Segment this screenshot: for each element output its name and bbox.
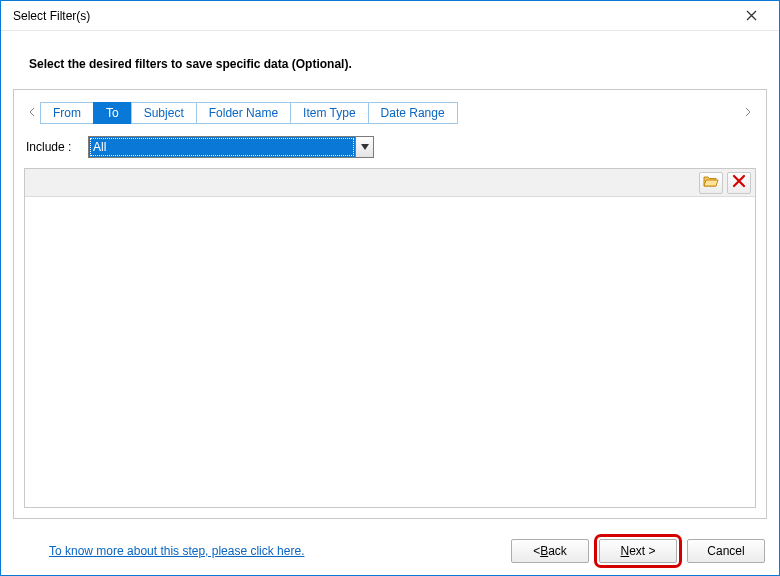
instruction-text: Select the desired filters to save speci…	[13, 39, 767, 89]
browse-button[interactable]	[699, 172, 723, 194]
folder-open-icon	[703, 174, 719, 191]
tabs: From To Subject Folder Name Item Type Da…	[40, 102, 458, 124]
tab-to[interactable]: To	[93, 102, 132, 124]
titlebar: Select Filter(s)	[1, 1, 779, 31]
tab-label: Folder Name	[209, 106, 278, 120]
tab-label: Subject	[144, 106, 184, 120]
delete-button[interactable]	[727, 172, 751, 194]
tab-label: Date Range	[381, 106, 445, 120]
content: Select the desired filters to save speci…	[1, 31, 779, 531]
next-button[interactable]: Next >	[599, 539, 677, 563]
tab-label: Item Type	[303, 106, 355, 120]
tab-scroll-left[interactable]	[24, 107, 40, 119]
tabs-row: From To Subject Folder Name Item Type Da…	[24, 102, 756, 124]
tab-date-range[interactable]: Date Range	[368, 102, 458, 124]
next-underline: N	[620, 544, 629, 558]
chevron-down-icon	[361, 144, 369, 150]
tab-item-type[interactable]: Item Type	[290, 102, 368, 124]
close-icon	[746, 7, 757, 25]
next-rest: ext >	[629, 544, 655, 558]
include-dropdown-button[interactable]	[356, 136, 374, 158]
tab-folder-name[interactable]: Folder Name	[196, 102, 291, 124]
tab-from[interactable]: From	[40, 102, 94, 124]
back-rest: ack	[548, 544, 567, 558]
footer: To know more about this step, please cli…	[1, 531, 779, 575]
include-value: All	[88, 136, 356, 158]
tab-scroll-right[interactable]	[740, 107, 756, 119]
tab-label: To	[106, 106, 119, 120]
back-prefix: <	[533, 544, 540, 558]
x-red-icon	[732, 174, 746, 191]
close-button[interactable]	[731, 1, 771, 31]
filter-panel: From To Subject Folder Name Item Type Da…	[13, 89, 767, 519]
back-underline: B	[540, 544, 548, 558]
tab-subject[interactable]: Subject	[131, 102, 197, 124]
tab-label: From	[53, 106, 81, 120]
include-combo[interactable]: All	[88, 136, 374, 158]
cancel-button[interactable]: Cancel	[687, 539, 765, 563]
chevron-right-icon	[745, 107, 751, 117]
list-toolbar	[25, 169, 755, 197]
back-button[interactable]: < Back	[511, 539, 589, 563]
include-row: Include : All	[24, 136, 756, 158]
select-filters-dialog: Select Filter(s) Select the desired filt…	[0, 0, 780, 576]
list-body[interactable]	[25, 197, 755, 507]
chevron-left-icon	[29, 107, 35, 117]
list-area	[24, 168, 756, 508]
window-title: Select Filter(s)	[9, 9, 731, 23]
include-label: Include :	[24, 140, 88, 154]
help-link[interactable]: To know more about this step, please cli…	[15, 544, 304, 558]
cancel-label: Cancel	[707, 544, 744, 558]
